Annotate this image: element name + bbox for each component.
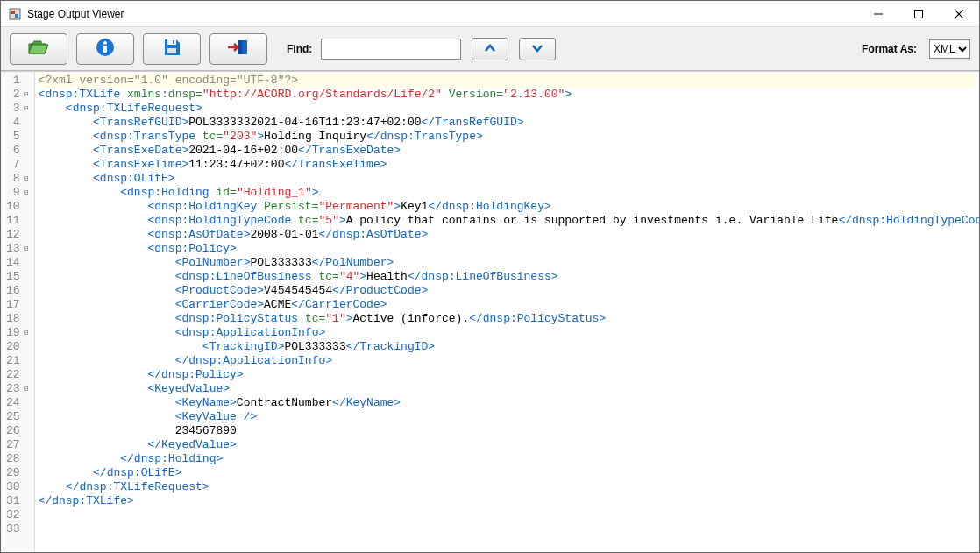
find-next-button[interactable] bbox=[519, 38, 556, 60]
code-line[interactable]: <TrackingID>POL333333</TrackingID> bbox=[39, 340, 976, 354]
gutter-line: 18 bbox=[6, 312, 31, 326]
svg-rect-10 bbox=[167, 39, 176, 45]
svg-point-8 bbox=[103, 41, 107, 45]
info-button[interactable] bbox=[76, 33, 134, 65]
svg-rect-2 bbox=[15, 14, 18, 18]
gutter-line: 31 bbox=[6, 494, 31, 508]
gutter-line: 4 bbox=[6, 116, 31, 130]
code-line[interactable]: </dnsp:Policy> bbox=[39, 368, 976, 382]
gutter-line: 23⊟ bbox=[6, 382, 31, 396]
gutter-line: 33 bbox=[6, 522, 31, 536]
gutter-line: 24 bbox=[6, 396, 31, 410]
titlebar: Stage Output Viewer bbox=[1, 1, 979, 27]
export-button[interactable] bbox=[209, 33, 267, 65]
gutter-line: 1 bbox=[6, 74, 31, 88]
code-line[interactable]: </dnsp:OLifE> bbox=[39, 466, 976, 480]
gutter: 12⊟3⊟45678⊟9⊟10111213⊟141516171819⊟20212… bbox=[1, 72, 35, 552]
svg-rect-12 bbox=[173, 40, 174, 44]
format-label: Format As: bbox=[862, 43, 917, 55]
svg-rect-4 bbox=[915, 10, 923, 18]
code-line[interactable]: </dnsp:ApplicationInfo> bbox=[39, 354, 976, 368]
save-icon bbox=[161, 37, 182, 60]
code-line[interactable]: </dnsp:TXLife> bbox=[39, 494, 976, 508]
fold-toggle[interactable]: ⊟ bbox=[22, 88, 31, 102]
code-line[interactable] bbox=[39, 522, 976, 536]
code-line[interactable]: </dnsp:TXLifeRequest> bbox=[39, 480, 976, 494]
svg-rect-9 bbox=[103, 46, 107, 53]
gutter-line: 7 bbox=[6, 158, 31, 172]
code-line[interactable]: <dnsp:ApplicationInfo> bbox=[39, 326, 976, 340]
code-line[interactable]: <ProductCode>V454545454</ProductCode> bbox=[39, 284, 976, 298]
window-title: Stage Output Viewer bbox=[27, 8, 858, 20]
code-line[interactable]: <PolNumber>POL333333</PolNumber> bbox=[39, 256, 976, 270]
fold-toggle[interactable]: ⊟ bbox=[22, 382, 31, 396]
code-line[interactable]: <TransExeTime>11:23:47+02:00</TransExeTi… bbox=[39, 158, 976, 172]
save-button[interactable] bbox=[143, 33, 201, 65]
code-line[interactable]: <dnsp:TransType tc="203">Holding Inquiry… bbox=[39, 130, 976, 144]
gutter-line: 8⊟ bbox=[6, 172, 31, 186]
gutter-line: 28 bbox=[6, 452, 31, 466]
code-line[interactable]: <dnsp:PolicyStatus tc="1">Active (inforc… bbox=[39, 312, 976, 326]
fold-toggle[interactable]: ⊟ bbox=[22, 326, 31, 340]
code-line[interactable]: <KeyedValue> bbox=[39, 382, 976, 396]
code-line[interactable]: </KeyedValue> bbox=[39, 438, 976, 452]
chevron-up-icon bbox=[484, 42, 496, 55]
find-prev-button[interactable] bbox=[472, 38, 508, 60]
gutter-line: 16 bbox=[6, 284, 31, 298]
gutter-line: 27 bbox=[6, 438, 31, 452]
app-window: Stage Output Viewer Find: Format As: bbox=[0, 0, 980, 553]
gutter-line: 13⊟ bbox=[6, 242, 31, 256]
fold-toggle[interactable]: ⊟ bbox=[22, 186, 31, 200]
gutter-line: 26 bbox=[6, 424, 31, 438]
code-line[interactable]: <CarrierCode>ACME</CarrierCode> bbox=[39, 298, 976, 312]
gutter-line: 12 bbox=[6, 228, 31, 242]
minimize-button[interactable] bbox=[858, 1, 898, 26]
gutter-line: 20 bbox=[6, 340, 31, 354]
code-line[interactable]: <dnsp:LineOfBusiness tc="4">Health</dnsp… bbox=[39, 270, 976, 284]
code-line[interactable]: <dnsp:HoldingKey Persist="Permanent">Key… bbox=[39, 200, 976, 214]
code-line[interactable]: <TransExeDate>2021-04-16+02:00</TransExe… bbox=[39, 144, 976, 158]
code-line[interactable]: <dnsp:AsOfDate>2008-01-01</dnsp:AsOfDate… bbox=[39, 228, 976, 242]
svg-rect-1 bbox=[11, 11, 15, 14]
code-line[interactable]: 234567890 bbox=[39, 424, 976, 438]
fold-toggle[interactable]: ⊟ bbox=[22, 172, 31, 186]
gutter-line: 6 bbox=[6, 144, 31, 158]
gutter-line: 3⊟ bbox=[6, 102, 31, 116]
gutter-line: 11 bbox=[6, 214, 31, 228]
toolbar: Find: Format As: XML bbox=[1, 27, 979, 71]
code-line[interactable]: <dnsp:OLifE> bbox=[39, 172, 976, 186]
gutter-line: 22 bbox=[6, 368, 31, 382]
gutter-line: 15 bbox=[6, 270, 31, 284]
app-icon bbox=[8, 7, 22, 21]
code-line[interactable]: <dnsp:Holding id="Holding_1"> bbox=[39, 186, 976, 200]
gutter-line: 32 bbox=[6, 508, 31, 522]
gutter-line: 10 bbox=[6, 200, 31, 214]
code-line[interactable]: <TransRefGUID>POL3333332021-04-16T11:23:… bbox=[39, 116, 976, 130]
maximize-button[interactable] bbox=[898, 1, 939, 26]
gutter-line: 9⊟ bbox=[6, 186, 31, 200]
find-input[interactable] bbox=[321, 39, 461, 60]
export-icon bbox=[226, 38, 251, 60]
fold-toggle[interactable]: ⊟ bbox=[22, 242, 31, 256]
code-line[interactable]: <KeyValue /> bbox=[39, 410, 976, 424]
code-line[interactable]: </dnsp:Holding> bbox=[39, 452, 976, 466]
chevron-down-icon bbox=[531, 42, 543, 55]
code-line[interactable]: <dnsp:TXLifeRequest> bbox=[39, 102, 976, 116]
gutter-line: 19⊟ bbox=[6, 326, 31, 340]
code-line[interactable] bbox=[39, 508, 976, 522]
code-line[interactable]: <dnsp:Policy> bbox=[39, 242, 976, 256]
format-select[interactable]: XML bbox=[929, 39, 970, 59]
close-button[interactable] bbox=[939, 1, 979, 26]
open-button[interactable] bbox=[10, 33, 67, 65]
code-line[interactable]: <KeyName>ContractNumber</KeyName> bbox=[39, 396, 976, 410]
gutter-line: 17 bbox=[6, 298, 31, 312]
code-area[interactable]: <?xml version="1.0" encoding="UTF-8"?><d… bbox=[35, 72, 979, 552]
code-line[interactable]: <?xml version="1.0" encoding="UTF-8"?> bbox=[39, 74, 976, 88]
code-editor[interactable]: 12⊟3⊟45678⊟9⊟10111213⊟141516171819⊟20212… bbox=[1, 71, 979, 552]
gutter-line: 5 bbox=[6, 130, 31, 144]
fold-toggle[interactable]: ⊟ bbox=[22, 102, 31, 116]
gutter-line: 21 bbox=[6, 354, 31, 368]
code-line[interactable]: <dnsp:HoldingTypeCode tc="5">A policy th… bbox=[39, 214, 976, 228]
find-label: Find: bbox=[287, 43, 312, 55]
code-line[interactable]: <dnsp:TXLife xmlns:dnsp="http://ACORD.or… bbox=[39, 88, 976, 102]
